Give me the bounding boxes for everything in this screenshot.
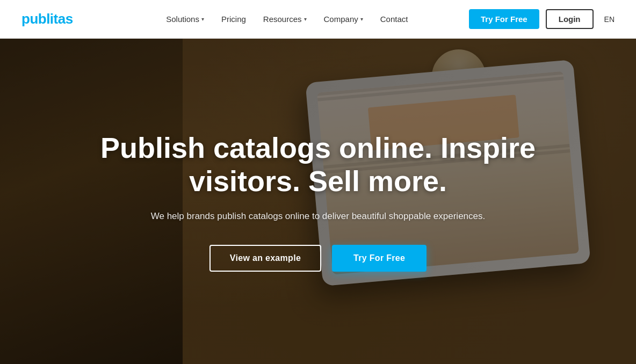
logo[interactable]: publitas xyxy=(21,11,73,27)
nav-solutions[interactable]: Solutions ▾ xyxy=(166,14,204,24)
navbar-actions: Try For Free Login EN xyxy=(469,9,615,29)
nav-company-label: Company xyxy=(324,14,358,24)
navbar-login-button[interactable]: Login xyxy=(546,9,594,29)
nav-company[interactable]: Company ▾ xyxy=(324,14,363,24)
company-chevron-icon: ▾ xyxy=(360,16,363,22)
nav-contact-label: Contact xyxy=(380,14,408,24)
view-example-button[interactable]: View an example xyxy=(209,245,321,272)
hero-try-free-button[interactable]: Try For Free xyxy=(332,245,427,272)
hero-headline: Publish catalogs online. Inspire visitor… xyxy=(54,131,582,198)
hero-content: Publish catalogs online. Inspire visitor… xyxy=(0,39,636,364)
hero-section: Publish catalogs online. Inspire visitor… xyxy=(0,39,636,364)
navbar: publitas Solutions ▾ Pricing Resources ▾… xyxy=(0,0,636,39)
solutions-chevron-icon: ▾ xyxy=(201,16,204,22)
hero-subtext: We help brands publish catalogs online t… xyxy=(151,209,485,223)
nav-pricing[interactable]: Pricing xyxy=(221,14,246,24)
nav-resources-label: Resources xyxy=(263,14,302,24)
nav-resources[interactable]: Resources ▾ xyxy=(263,14,307,24)
nav-solutions-label: Solutions xyxy=(166,14,199,24)
language-switcher[interactable]: EN xyxy=(604,15,615,24)
hero-buttons: View an example Try For Free xyxy=(209,245,427,272)
logo-text: publitas xyxy=(21,11,73,27)
navbar-try-free-button[interactable]: Try For Free xyxy=(469,9,539,29)
resources-chevron-icon: ▾ xyxy=(304,16,307,22)
nav-contact[interactable]: Contact xyxy=(380,14,408,24)
nav-links: Solutions ▾ Pricing Resources ▾ Company … xyxy=(105,14,469,24)
nav-pricing-label: Pricing xyxy=(221,14,246,24)
